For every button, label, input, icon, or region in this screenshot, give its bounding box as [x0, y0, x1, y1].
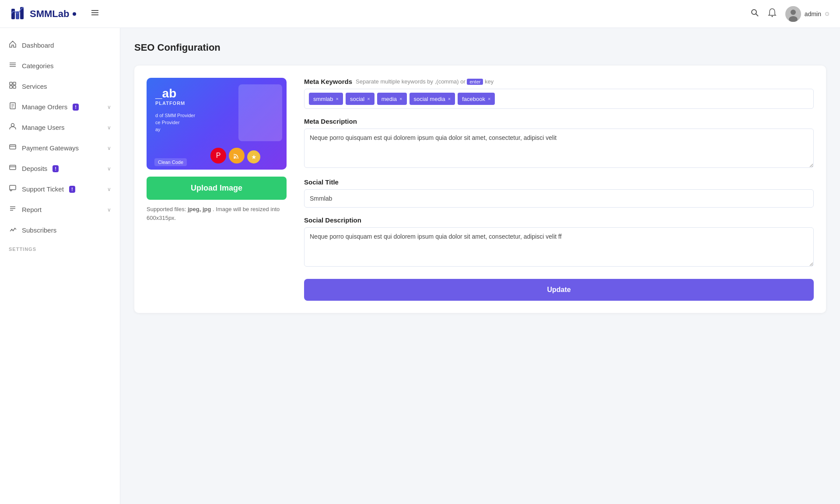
- svg-point-10: [791, 10, 796, 15]
- preview-lab-text: _ab: [155, 87, 185, 101]
- svg-rect-2: [20, 7, 24, 19]
- svg-line-7: [756, 14, 758, 17]
- svg-rect-0: [11, 9, 15, 19]
- header: SMMLab admin ⊙: [0, 0, 840, 28]
- preview-lines: d of SMM Provider ce Provider ay: [155, 113, 195, 134]
- sidebar-item-payment-gateways[interactable]: Payment Gateways ∨: [0, 138, 120, 158]
- social-title-input[interactable]: [304, 189, 814, 208]
- rss-icon: [229, 148, 245, 163]
- tag-remove-social[interactable]: ×: [367, 96, 370, 101]
- social-description-label: Social Description: [304, 216, 814, 224]
- meta-description-textarea[interactable]: Neque porro quisquam est qui dolorem ips…: [304, 129, 814, 168]
- svg-point-8: [771, 16, 773, 17]
- deposits-icon: [9, 163, 17, 174]
- users-icon: [9, 122, 17, 132]
- tag-smmlab[interactable]: smmlab ×: [309, 93, 343, 105]
- header-left: SMMLab: [10, 5, 100, 23]
- tag-social-media[interactable]: social media ×: [410, 93, 455, 105]
- user-menu[interactable]: admin ⊙: [785, 6, 830, 22]
- meta-keywords-group: Meta Keywords Separate multiple keywords…: [304, 78, 814, 109]
- card-right: Meta Keywords Separate multiple keywords…: [304, 78, 814, 301]
- report-icon: [9, 205, 17, 215]
- sidebar-item-dashboard[interactable]: Dashboard: [0, 35, 120, 56]
- meta-keywords-label: Meta Keywords Separate multiple keywords…: [304, 78, 814, 85]
- preview-card-overlay: [238, 84, 282, 141]
- image-preview: _ab PLATFORM d of SMM Provider ce Provid…: [147, 78, 287, 170]
- sidebar-item-manage-orders[interactable]: Manage Orders ! ∨: [0, 97, 120, 117]
- tag-social[interactable]: social ×: [346, 93, 374, 105]
- sidebar-item-report[interactable]: Report ∨: [0, 199, 120, 220]
- orders-icon: [9, 102, 17, 112]
- sidebar-label-payment-gateways: Payment Gateways: [22, 144, 79, 152]
- menu-toggle-icon[interactable]: [90, 8, 100, 20]
- home-icon: [9, 40, 17, 50]
- header-right: admin ⊙: [750, 6, 830, 22]
- users-chevron: ∨: [107, 125, 111, 131]
- layout: Dashboard Categories Services Manage Ord…: [0, 28, 840, 504]
- sidebar-label-services: Services: [22, 83, 47, 90]
- sidebar-item-categories[interactable]: Categories: [0, 56, 120, 76]
- hint-formats: jpeg, jpg: [188, 206, 211, 212]
- svg-rect-17: [10, 86, 12, 88]
- sidebar-label-subscribers: Subscribers: [22, 226, 56, 234]
- sidebar-item-services[interactable]: Services: [0, 76, 120, 97]
- svg-rect-15: [10, 82, 12, 85]
- logo-text: SMMLab: [30, 8, 69, 20]
- seo-card: _ab PLATFORM d of SMM Provider ce Provid…: [134, 66, 826, 313]
- svg-rect-16: [13, 82, 16, 85]
- meta-description-group: Meta Description Neque porro quisquam es…: [304, 118, 814, 170]
- tag-remove-smmlab[interactable]: ×: [336, 96, 339, 101]
- svg-rect-24: [10, 145, 16, 149]
- meta-description-label: Meta Description: [304, 118, 814, 125]
- pinterest-icon: P: [210, 148, 226, 163]
- card-inner: _ab PLATFORM d of SMM Provider ce Provid…: [147, 78, 814, 301]
- sidebar-label-categories: Categories: [22, 62, 54, 70]
- svg-rect-18: [13, 86, 16, 88]
- payment-chevron: ∨: [107, 145, 111, 151]
- sidebar-label-dashboard: Dashboard: [22, 42, 54, 49]
- services-icon: [9, 81, 17, 91]
- sidebar-item-subscribers[interactable]: Subscribers: [0, 220, 120, 240]
- deposits-chevron: ∨: [107, 166, 111, 172]
- tag-media[interactable]: media ×: [377, 93, 407, 105]
- preview-text-block: _ab PLATFORM: [155, 87, 185, 106]
- update-button[interactable]: Update: [304, 279, 814, 301]
- preview-social-icons: P ★: [210, 148, 260, 163]
- logo-icon: [10, 5, 28, 23]
- upload-image-button[interactable]: Upload Image: [147, 177, 287, 200]
- bell-icon[interactable]: [768, 8, 777, 20]
- hint-prefix: Supported files:: [147, 206, 186, 212]
- avatar: [785, 6, 801, 22]
- categories-icon: [9, 61, 17, 71]
- main-content: SEO Configuration _ab PLATFORM d of SM: [120, 28, 840, 504]
- report-chevron: ∨: [107, 207, 111, 213]
- logo[interactable]: SMMLab: [10, 5, 76, 23]
- sidebar-label-support-ticket: Support Ticket: [22, 185, 64, 193]
- svg-rect-28: [10, 185, 16, 190]
- tag-remove-social-media[interactable]: ×: [448, 96, 451, 101]
- support-badge: !: [69, 186, 75, 193]
- payment-icon: [9, 143, 17, 153]
- preview-line3: ay: [155, 127, 195, 132]
- preview-line2: ce Provider: [155, 120, 195, 125]
- social-description-textarea[interactable]: Neque porro quisquam est qui dolorem ips…: [304, 227, 814, 267]
- svg-rect-26: [10, 165, 16, 170]
- tag-facebook[interactable]: facebook ×: [458, 93, 495, 105]
- social-description-group: Social Description Neque porro quisquam …: [304, 216, 814, 268]
- sidebar-label-manage-users: Manage Users: [22, 124, 65, 131]
- social-title-label: Social Title: [304, 178, 814, 186]
- meta-keywords-hint: Separate multiple keywords by ,(comma) o…: [356, 78, 494, 85]
- tag-remove-facebook[interactable]: ×: [488, 96, 490, 101]
- svg-point-32: [11, 229, 13, 230]
- sidebar-item-manage-users[interactable]: Manage Users ∨: [0, 117, 120, 138]
- sidebar-item-support-ticket[interactable]: Support Ticket ! ∨: [0, 179, 120, 199]
- social-title-group: Social Title: [304, 178, 814, 208]
- tags-container[interactable]: smmlab × social × media ×: [304, 89, 814, 109]
- subscribers-icon: [9, 225, 17, 235]
- enter-key-badge: enter: [467, 79, 483, 85]
- sidebar-item-deposits[interactable]: Deposits ! ∨: [0, 158, 120, 179]
- preview-platform: PLATFORM: [155, 101, 185, 106]
- search-icon[interactable]: [750, 8, 759, 19]
- user-status-icon: ⊙: [825, 10, 830, 17]
- tag-remove-media[interactable]: ×: [399, 96, 402, 101]
